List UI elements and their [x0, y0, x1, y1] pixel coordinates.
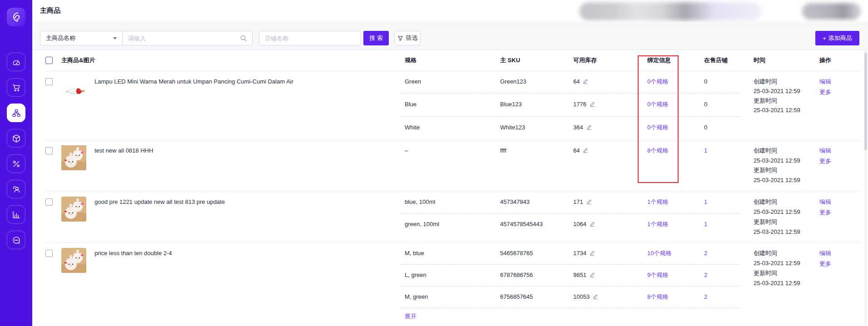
updated-time-label: 更新时间	[754, 218, 777, 226]
search-button[interactable]: 搜 索	[363, 31, 389, 45]
keyword-input[interactable]	[122, 31, 253, 45]
variant-divider	[400, 213, 739, 214]
filter-button[interactable]: 筛选	[394, 31, 421, 45]
binding-link[interactable]: 1个规格	[647, 220, 668, 228]
sidebar-item-master-products[interactable]	[7, 104, 25, 122]
edit-action-link[interactable]: 编辑	[819, 78, 831, 86]
sku-cell: Green123	[500, 78, 526, 86]
more-action-link[interactable]: 更多	[819, 260, 831, 268]
stock-cell: 1064	[573, 220, 595, 229]
spec-cell: M, blue	[405, 249, 424, 257]
sidebar-item-orders[interactable]	[7, 78, 25, 97]
sidebar-item-reports[interactable]	[7, 205, 25, 224]
blurred-header-content	[580, 2, 761, 20]
chevron-down-icon	[113, 37, 117, 40]
created-time-label: 创建时间	[754, 198, 777, 206]
sku-cell: White123	[500, 123, 525, 132]
sidebar-item-inventory[interactable]	[7, 129, 25, 148]
store-count-link[interactable]: 1	[704, 147, 707, 155]
filter-button-label: 筛选	[406, 34, 418, 42]
row-checkbox[interactable]	[45, 198, 53, 206]
created-time-label: 创建时间	[754, 78, 777, 86]
created-time-label: 创建时间	[754, 249, 777, 257]
product-title: Lampu LED Mini Warna Merah untuk Umpan P…	[94, 78, 293, 86]
product-image-kitty-bottles	[61, 197, 86, 222]
variant-divider	[400, 286, 739, 286]
select-all-checkbox[interactable]	[45, 57, 53, 64]
store-count-link[interactable]: 1	[704, 198, 707, 206]
more-action-link[interactable]: 更多	[819, 208, 831, 217]
edit-action-link[interactable]: 编辑	[819, 249, 831, 257]
percent-icon	[11, 159, 21, 169]
stock-cell: 171	[573, 198, 592, 207]
edit-stock-icon[interactable]	[590, 250, 595, 258]
sku-cell: 4574578545443	[500, 220, 543, 228]
ginee-leaf-icon	[10, 11, 22, 23]
edit-stock-icon[interactable]	[583, 147, 588, 155]
stock-cell: 9851	[573, 271, 595, 280]
store-count-link[interactable]: 2	[704, 249, 707, 257]
sidebar-item-customers[interactable]	[7, 180, 25, 198]
row-checkbox[interactable]	[45, 78, 53, 85]
page-title: 主商品	[40, 6, 60, 15]
more-action-link[interactable]: 更多	[819, 157, 831, 165]
sku-cell: 457347843	[500, 198, 530, 206]
store-count-link[interactable]: 1	[704, 220, 707, 228]
users-icon	[11, 184, 21, 194]
divider	[45, 242, 861, 243]
edit-action-link[interactable]: 编辑	[819, 198, 831, 206]
edit-stock-icon[interactable]	[590, 221, 595, 229]
edit-action-link[interactable]: 编辑	[819, 147, 831, 155]
package-cube-icon	[11, 133, 21, 143]
edit-stock-icon[interactable]	[586, 124, 592, 132]
row-checkbox[interactable]	[45, 147, 53, 154]
sidebar-item-promotions[interactable]	[7, 154, 25, 173]
bar-chart-icon	[11, 210, 21, 220]
stock-cell: 1776	[573, 100, 595, 109]
store-count-link[interactable]: 2	[704, 293, 707, 301]
col-header-stock: 可用库存	[573, 56, 597, 64]
search-type-select[interactable]: 主商品名称	[40, 31, 123, 45]
product-title: good pre 1221 update new all test 813 pr…	[94, 198, 225, 206]
updated-time-label: 更新时间	[754, 97, 777, 105]
binding-link[interactable]: 10个规格	[647, 249, 671, 257]
sku-cell: Blue123	[500, 100, 522, 109]
dashboard-gauge-icon	[11, 57, 21, 67]
edit-stock-icon[interactable]	[590, 272, 595, 280]
col-header-spec: 规格	[405, 56, 417, 64]
edit-stock-icon[interactable]	[593, 293, 598, 301]
binding-link[interactable]: 8个规格	[647, 293, 668, 301]
expand-link[interactable]: 展开	[405, 312, 417, 321]
more-action-link[interactable]: 更多	[819, 88, 831, 96]
product-image-led-lure	[61, 84, 90, 98]
store-count: 0	[704, 123, 707, 132]
app-logo[interactable]	[7, 8, 25, 26]
add-product-button[interactable]: + 添加商品	[815, 31, 859, 45]
row-checkbox[interactable]	[45, 250, 53, 257]
col-header-product: 主商品&图片	[61, 56, 95, 64]
sku-cell: 6756857645	[500, 293, 533, 301]
product-title: price less than ten double 2-4	[94, 249, 172, 257]
sku-cell: ffff	[500, 147, 506, 155]
stock-cell: 64	[573, 147, 588, 155]
edit-stock-icon[interactable]	[586, 198, 592, 207]
binding-link[interactable]: 1个规格	[647, 198, 668, 206]
sidebar-item-chat[interactable]	[7, 231, 25, 249]
plus-icon: +	[823, 35, 826, 42]
spec-cell: Green	[405, 78, 421, 86]
edit-stock-icon[interactable]	[583, 78, 588, 86]
scrollbar-thumb[interactable]	[864, 53, 867, 150]
shop-name-input[interactable]	[259, 31, 361, 45]
created-time-value: 25-03-2021 12:59	[754, 208, 800, 216]
binding-link[interactable]: 9个规格	[647, 271, 668, 279]
sku-cell: 5465678765	[500, 249, 533, 257]
sidebar-item-dashboard[interactable]	[7, 53, 25, 71]
edit-stock-icon[interactable]	[590, 101, 595, 109]
store-count-link[interactable]: 2	[704, 271, 707, 279]
stock-cell: 64	[573, 78, 588, 86]
store-count: 0	[704, 100, 707, 109]
products-table	[32, 50, 868, 326]
shopping-cart-icon	[11, 83, 21, 93]
red-annotation-box	[638, 55, 679, 183]
stock-cell: 1734	[573, 249, 595, 258]
